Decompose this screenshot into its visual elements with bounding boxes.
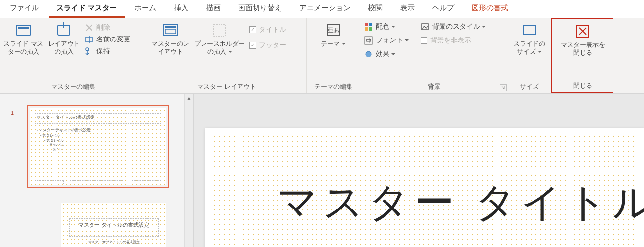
thumb-layout1-title: マスター タイトルの書式設定 xyxy=(59,221,168,228)
svg-rect-19 xyxy=(369,27,372,31)
colors-label: 配色 xyxy=(376,22,395,31)
themes-button[interactable]: 亜あ テーマ xyxy=(316,19,350,48)
group-edit-master-label: マスターの編集 xyxy=(3,80,144,93)
insert-layout-icon xyxy=(55,21,73,39)
close-master-view-button[interactable]: マスター表示を閉じる xyxy=(558,20,607,57)
delete-button: 削除 xyxy=(84,22,131,33)
slide: マスター タイトルの xyxy=(205,128,644,247)
effects-icon xyxy=(364,50,373,58)
tab-home[interactable]: ホーム xyxy=(127,0,164,18)
slide-size-label: スライドのサイズ xyxy=(511,40,548,56)
thumb-body-l2: • 第 2 レベル xyxy=(40,133,60,138)
thumbnail-layout-title[interactable]: マスター タイトルの書式設定 マスター サブタイトルの書式設定 xyxy=(58,200,169,247)
svg-rect-16 xyxy=(365,23,368,26)
tab-file[interactable]: ファイル xyxy=(2,0,47,18)
group-master-layout-label: マスター レイアウト xyxy=(150,80,303,93)
preserve-label: 保持 xyxy=(96,47,110,56)
group-background: 配色 亜 フォント 効果 背景のスタイル 背景を非表示 xyxy=(360,18,508,93)
svg-rect-24 xyxy=(523,25,536,34)
thumb-layout1-subtitle: マスター サブタイトルの書式設定 xyxy=(59,240,168,244)
background-dialog-launcher[interactable] xyxy=(500,84,507,91)
title-checkbox: ✓ タイトル xyxy=(248,24,287,35)
tab-animations[interactable]: アニメーション xyxy=(292,0,358,18)
ribbon-tabs: ファイル スライド マスター ホーム 挿入 描画 画面切り替え アニメーション … xyxy=(0,0,644,18)
slide-canvas[interactable]: マスター タイトルの xyxy=(194,94,644,247)
svg-rect-0 xyxy=(16,25,31,35)
insert-layout-button[interactable]: レイアウトの挿入 xyxy=(46,19,82,56)
scroll-up-arrow[interactable]: ▲ xyxy=(185,94,193,102)
thumbnail-slide-master[interactable]: マスター タイトルの書式設定 • マスター テキストの書式設定 • 第 2 レベ… xyxy=(27,105,169,188)
bg-styles-icon xyxy=(421,22,429,31)
tab-transitions[interactable]: 画面切り替え xyxy=(230,0,290,18)
title-placeholder-text: マスター タイトルの xyxy=(277,176,644,229)
slide-size-icon xyxy=(521,21,538,39)
group-edit-master: スライド マスターの挿入 レイアウトの挿入 削除 名前の変更 保持 xyxy=(0,18,147,93)
master-layout-label: マスターのレイアウト xyxy=(150,40,191,56)
thumb-body-l3: • 第 3 レベル xyxy=(44,138,64,143)
checkbox-icon: ✓ xyxy=(249,42,256,49)
footer-checkbox: ✓ フッター xyxy=(248,40,287,51)
branch-line xyxy=(48,230,56,230)
thumbnail-number: 1 xyxy=(11,110,14,116)
tab-view[interactable]: 表示 xyxy=(392,0,423,18)
title-checkbox-label: タイトル xyxy=(259,25,286,34)
hide-bg-label: 背景を非表示 xyxy=(430,36,471,45)
effects-button[interactable]: 効果 xyxy=(363,49,410,59)
effects-label: 効果 xyxy=(376,50,395,58)
fonts-button[interactable]: 亜 フォント xyxy=(363,35,410,46)
close-icon xyxy=(574,22,591,40)
group-edit-theme: 亜あ テーマ テーマの編集 xyxy=(307,18,360,93)
insert-slide-master-label: スライド マスターの挿入 xyxy=(3,40,44,56)
insert-placeholder-button: プレースホルダーの挿入 xyxy=(193,19,246,56)
svg-rect-17 xyxy=(369,23,372,26)
title-placeholder[interactable]: マスター タイトルの xyxy=(274,154,644,247)
delete-icon xyxy=(85,23,93,32)
tab-help[interactable]: ヘルプ xyxy=(424,0,462,18)
thumb-body-l5: 第 5 レ… xyxy=(53,148,65,152)
insert-slide-master-button[interactable]: スライド マスターの挿入 xyxy=(3,19,44,56)
group-edit-theme-label: テーマの編集 xyxy=(310,80,357,93)
svg-rect-12 xyxy=(165,29,176,34)
insert-layout-label: レイアウトの挿入 xyxy=(46,40,82,56)
slide-size-button[interactable]: スライドのサイズ xyxy=(511,19,548,56)
tab-draw[interactable]: 描画 xyxy=(198,0,228,18)
preserve-icon xyxy=(85,47,93,56)
group-size: スライドのサイズ サイズ xyxy=(508,18,551,93)
thumb-body-l4: 第 4 レベル xyxy=(49,143,64,147)
bg-styles-label: 背景のスタイル xyxy=(432,22,486,31)
group-master-layout: マスターのレイアウト プレースホルダーの挿入 ✓ タイトル ✓ フッター マスタ… xyxy=(147,18,307,93)
ribbon-groups: スライド マスターの挿入 レイアウトの挿入 削除 名前の変更 保持 xyxy=(0,18,644,94)
preserve-button[interactable]: 保持 xyxy=(84,46,131,57)
thumb-master-title: マスター タイトルの書式設定 xyxy=(37,115,95,121)
svg-rect-11 xyxy=(165,26,176,28)
master-layout-button[interactable]: マスターのレイアウト xyxy=(150,19,191,56)
svg-text:亜あ: 亜あ xyxy=(328,27,339,34)
thumb-body-l1: • マスター テキストの書式設定 xyxy=(37,128,91,133)
insert-placeholder-label: プレースホルダーの挿入 xyxy=(193,40,246,56)
hide-bg-checkbox: 背景を非表示 xyxy=(420,35,487,46)
svg-text:亜: 亜 xyxy=(366,37,372,44)
svg-point-9 xyxy=(86,48,89,51)
close-master-view-label: マスター表示を閉じる xyxy=(558,41,607,57)
colors-button[interactable]: 配色 xyxy=(363,21,410,32)
checkbox-icon xyxy=(421,37,427,44)
svg-rect-18 xyxy=(365,27,368,31)
footer-checkbox-label: フッター xyxy=(259,41,286,50)
rename-label: 名前の変更 xyxy=(96,35,130,44)
background-styles-button[interactable]: 背景のスタイル xyxy=(420,21,487,32)
tab-shape-format[interactable]: 図形の書式 xyxy=(464,0,516,18)
editor-area: ▲ 1 マスター タイトルの書式設定 • マスター テキストの書式設定 • 第 … xyxy=(0,94,644,247)
delete-label: 削除 xyxy=(96,23,110,32)
themes-icon: 亜あ xyxy=(325,21,342,39)
insert-placeholder-icon xyxy=(211,21,228,39)
tab-review[interactable]: 校閲 xyxy=(360,0,390,18)
colors-icon xyxy=(364,22,373,31)
scrollbar-vertical[interactable]: ▲ xyxy=(184,94,193,247)
tab-slide-master[interactable]: スライド マスター xyxy=(49,0,125,18)
master-layout-icon xyxy=(162,21,179,39)
svg-rect-1 xyxy=(18,27,29,29)
svg-rect-13 xyxy=(214,24,225,36)
tab-insert[interactable]: 挿入 xyxy=(166,0,196,18)
fonts-label: フォント xyxy=(376,36,409,45)
rename-button[interactable]: 名前の変更 xyxy=(84,34,131,45)
